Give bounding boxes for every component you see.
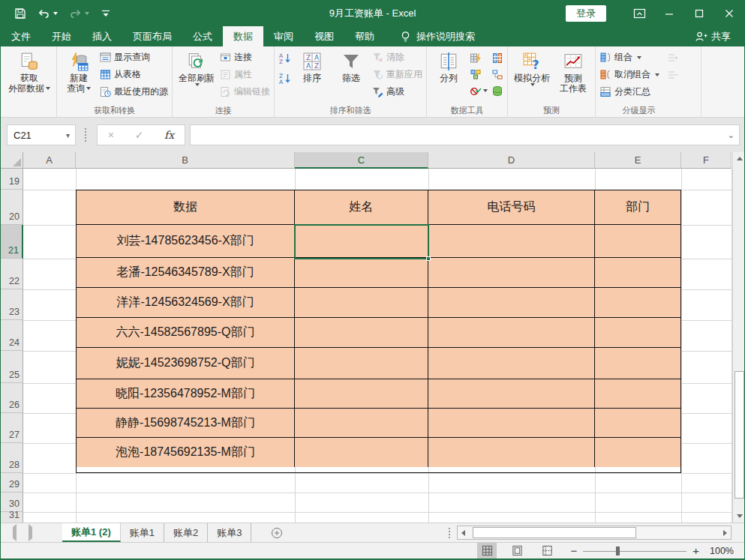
clear-filter-button[interactable]: 清除 [372,50,422,64]
advanced-filter-button[interactable]: 高级 [372,85,422,99]
filter-button[interactable]: 筛选 [333,48,369,83]
vertical-scrollbar[interactable] [732,152,745,523]
select-all-button[interactable] [1,152,23,169]
customize-quick-access-button[interactable] [101,9,111,18]
cell-b28[interactable]: 泡泡-18745692135-M部门 [77,438,295,467]
cell-c28[interactable] [295,438,428,467]
row-header-29[interactable]: 29 [1,473,23,493]
row-header-28[interactable]: 28 [1,443,23,473]
consolidate-button[interactable] [470,69,488,80]
column-header-c[interactable]: C [295,152,428,169]
subtotal-button[interactable]: 分类汇总 [599,85,659,99]
cell-e23[interactable] [595,288,680,317]
row-header-20[interactable]: 20 [1,190,23,225]
new-query-button[interactable]: 新建 查询 [61,48,97,94]
row-header-26[interactable]: 26 [1,383,23,413]
tab-insert[interactable]: 插入 [82,26,122,46]
connections-button[interactable]: 连接 [220,50,270,64]
sort-descending-button[interactable]: ZA [278,71,291,85]
cell-b27[interactable]: 静静-15698745213-M部门 [77,409,295,437]
tab-help[interactable]: 帮助 [344,26,385,46]
tell-me-search[interactable]: 操作说明搜索 [400,26,475,46]
login-button[interactable]: 登录 [566,5,606,22]
cell-e25[interactable] [595,348,680,379]
cell-b25[interactable]: 妮妮-14523698752-Q部门 [77,348,295,379]
sheet-tab-active[interactable]: 账单1 (2) [62,523,121,542]
from-table-button[interactable]: 从表格 [100,67,168,82]
horizontal-scrollbar-thumb[interactable] [473,527,636,538]
add-sheet-button[interactable] [271,523,283,542]
sheet-tab[interactable]: 账单2 [164,523,208,542]
cell-d24[interactable] [428,318,595,347]
hide-detail-button[interactable] [667,67,678,82]
cell-e22[interactable] [595,258,680,287]
tab-home[interactable]: 开始 [41,26,82,46]
cell-e24[interactable] [595,318,680,347]
scroll-right-button[interactable] [719,526,731,539]
scroll-up-button[interactable] [734,152,745,165]
properties-button[interactable]: 属性 [220,67,270,82]
text-to-columns-button[interactable]: 分列 [431,48,467,83]
cell-b21[interactable]: 刘芸-14785623456-X部门 [77,225,295,257]
cell-d27[interactable] [428,409,595,437]
cell-d22[interactable] [428,258,595,287]
fill-handle[interactable] [426,256,431,261]
tab-formulas[interactable]: 公式 [182,26,223,46]
name-box[interactable]: C21 ▾ [7,124,76,145]
save-button[interactable] [14,7,26,19]
sheet-tab[interactable]: 账单3 [208,523,251,542]
edit-links-button[interactable]: 编辑链接 [220,85,270,99]
cell-b22[interactable]: 老潘-12546345789-X部门 [77,258,295,287]
refresh-all-button[interactable]: 全部刷新 [176,48,217,86]
get-external-data-button[interactable]: 获取 外部数据 [6,48,53,94]
tab-data[interactable]: 数据 [223,26,263,46]
row-header-31[interactable]: 31 [1,512,23,523]
ribbon-display-options-button[interactable] [624,0,654,26]
ungroup-button[interactable]: 取消组合 [599,67,659,82]
sheet-nav-prev-icon[interactable] [13,527,17,538]
enter-icon[interactable]: ✓ [135,129,144,141]
tab-scrollbar-splitter[interactable] [449,528,450,538]
recent-sources-button[interactable]: 最近使用的源 [100,85,168,99]
cell-d23[interactable] [428,288,595,317]
share-button[interactable]: 共享 [695,26,744,46]
scroll-down-button[interactable] [734,510,745,523]
cell-d25[interactable] [428,348,595,379]
cell-e27[interactable] [595,409,680,437]
column-header-b[interactable]: B [76,152,295,169]
tab-review[interactable]: 审阅 [263,26,304,46]
sheet-tab[interactable]: 账单1 [121,523,164,542]
column-header-a[interactable]: A [23,152,76,169]
cell-c20[interactable]: 姓名 [295,190,428,224]
manage-data-model-button[interactable] [491,85,503,97]
name-box-caret-icon[interactable]: ▾ [66,131,75,139]
relationships-button[interactable] [491,69,503,80]
zoom-out-button[interactable]: − [570,544,577,557]
row-header-27[interactable]: 27 [1,413,23,443]
name-box-splitter[interactable] [85,128,86,142]
minimize-button[interactable] [654,0,684,26]
row-header-19[interactable]: 19 [1,169,23,190]
show-queries-button[interactable]: 显示查询 [100,50,168,64]
insert-function-icon[interactable]: fx [164,129,174,141]
cell-e20[interactable]: 部门 [595,190,680,224]
row-header-24[interactable]: 24 [1,320,23,351]
column-header-e[interactable]: E [595,152,681,169]
cell-d28[interactable] [428,438,595,467]
close-button[interactable] [714,0,744,26]
cell-e26[interactable] [595,379,680,408]
page-break-preview-button[interactable] [537,543,557,559]
remove-duplicates-button[interactable] [491,52,503,64]
cell-d26[interactable] [428,379,595,408]
row-header-25[interactable]: 25 [1,351,23,383]
group-button[interactable]: 组合 [599,50,659,64]
flash-fill-button[interactable] [470,52,488,64]
zoom-in-button[interactable]: + [692,544,699,557]
sheet-nav-next-icon[interactable] [29,527,32,538]
scroll-left-button[interactable] [458,526,469,539]
cell-c23[interactable] [295,288,428,317]
reapply-filter-button[interactable]: 重新应用 [372,67,422,82]
sort-ascending-button[interactable]: AZ [278,51,291,65]
column-header-d[interactable]: D [428,152,595,169]
zoom-slider-thumb[interactable] [616,547,620,556]
